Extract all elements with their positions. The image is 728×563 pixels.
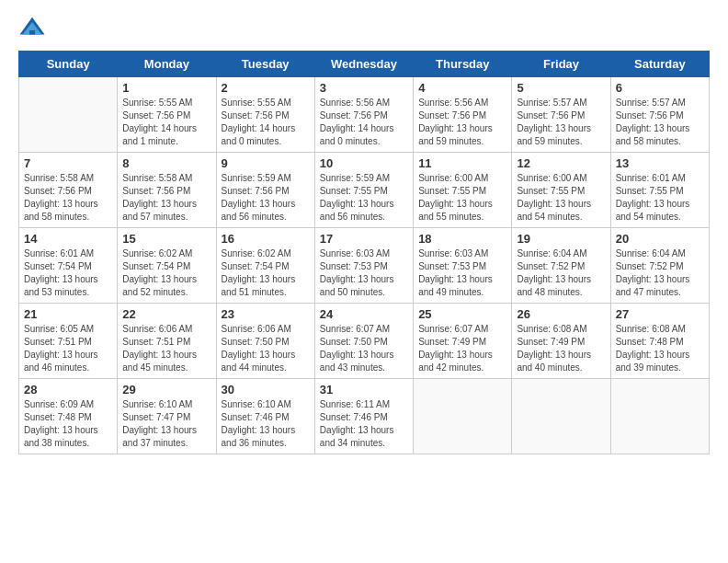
calendar-cell: 14Sunrise: 6:01 AMSunset: 7:54 PMDayligh… bbox=[19, 228, 118, 304]
calendar-cell: 4Sunrise: 5:56 AMSunset: 7:56 PMDaylight… bbox=[414, 77, 512, 153]
day-number: 15 bbox=[122, 232, 210, 246]
calendar-cell: 31Sunrise: 6:11 AMSunset: 7:46 PMDayligh… bbox=[314, 379, 413, 454]
calendar-cell: 21Sunrise: 6:05 AMSunset: 7:51 PMDayligh… bbox=[19, 304, 118, 379]
day-info: Sunrise: 6:04 AMSunset: 7:52 PMDaylight:… bbox=[616, 247, 704, 299]
calendar-cell: 8Sunrise: 5:58 AMSunset: 7:56 PMDaylight… bbox=[118, 153, 216, 228]
calendar-cell: 15Sunrise: 6:02 AMSunset: 7:54 PMDayligh… bbox=[118, 228, 216, 304]
day-number: 21 bbox=[24, 307, 112, 321]
day-info: Sunrise: 6:06 AMSunset: 7:51 PMDaylight:… bbox=[122, 323, 210, 374]
day-info: Sunrise: 5:57 AMSunset: 7:56 PMDaylight:… bbox=[517, 97, 605, 148]
calendar-cell bbox=[610, 379, 709, 454]
day-info: Sunrise: 6:03 AMSunset: 7:53 PMDaylight:… bbox=[418, 247, 506, 299]
day-number: 26 bbox=[517, 307, 605, 321]
day-number: 12 bbox=[517, 156, 605, 170]
day-number: 31 bbox=[320, 383, 408, 396]
day-number: 19 bbox=[517, 232, 605, 246]
day-info: Sunrise: 5:57 AMSunset: 7:56 PMDaylight:… bbox=[616, 97, 704, 148]
calendar-week-2: 7Sunrise: 5:58 AMSunset: 7:56 PMDaylight… bbox=[19, 153, 710, 228]
day-number: 25 bbox=[418, 307, 506, 321]
day-number: 7 bbox=[24, 156, 112, 170]
day-info: Sunrise: 6:01 AMSunset: 7:54 PMDaylight:… bbox=[24, 247, 112, 299]
day-number: 4 bbox=[418, 81, 506, 95]
day-number: 1 bbox=[122, 81, 210, 95]
day-info: Sunrise: 6:10 AMSunset: 7:46 PMDaylight:… bbox=[222, 398, 310, 450]
calendar-header-saturday: Saturday bbox=[610, 52, 709, 77]
page: SundayMondayTuesdayWednesdayThursdayFrid… bbox=[0, 0, 728, 563]
calendar: SundayMondayTuesdayWednesdayThursdayFrid… bbox=[18, 51, 710, 454]
day-info: Sunrise: 6:01 AMSunset: 7:55 PMDaylight:… bbox=[616, 172, 704, 224]
calendar-cell bbox=[19, 77, 118, 153]
calendar-cell: 19Sunrise: 6:04 AMSunset: 7:52 PMDayligh… bbox=[512, 228, 610, 304]
calendar-cell: 28Sunrise: 6:09 AMSunset: 7:48 PMDayligh… bbox=[19, 379, 118, 454]
day-info: Sunrise: 6:00 AMSunset: 7:55 PMDaylight:… bbox=[517, 172, 605, 224]
day-info: Sunrise: 5:58 AMSunset: 7:56 PMDaylight:… bbox=[24, 172, 112, 224]
calendar-cell: 11Sunrise: 6:00 AMSunset: 7:55 PMDayligh… bbox=[414, 153, 512, 228]
day-number: 16 bbox=[222, 232, 310, 246]
calendar-cell bbox=[512, 379, 610, 454]
day-number: 24 bbox=[320, 307, 408, 321]
day-info: Sunrise: 6:02 AMSunset: 7:54 PMDaylight:… bbox=[122, 247, 210, 299]
day-info: Sunrise: 5:55 AMSunset: 7:56 PMDaylight:… bbox=[222, 97, 310, 148]
calendar-cell: 26Sunrise: 6:08 AMSunset: 7:49 PMDayligh… bbox=[512, 304, 610, 379]
calendar-cell: 18Sunrise: 6:03 AMSunset: 7:53 PMDayligh… bbox=[414, 228, 512, 304]
day-info: Sunrise: 6:00 AMSunset: 7:55 PMDaylight:… bbox=[418, 172, 506, 224]
calendar-header-monday: Monday bbox=[118, 52, 216, 77]
day-number: 27 bbox=[616, 307, 704, 321]
calendar-cell: 3Sunrise: 5:56 AMSunset: 7:56 PMDaylight… bbox=[314, 77, 413, 153]
logo bbox=[18, 14, 50, 41]
calendar-cell: 13Sunrise: 6:01 AMSunset: 7:55 PMDayligh… bbox=[610, 153, 709, 228]
calendar-cell: 27Sunrise: 6:08 AMSunset: 7:48 PMDayligh… bbox=[610, 304, 709, 379]
calendar-header-tuesday: Tuesday bbox=[216, 52, 314, 77]
calendar-cell: 17Sunrise: 6:03 AMSunset: 7:53 PMDayligh… bbox=[314, 228, 413, 304]
calendar-cell: 25Sunrise: 6:07 AMSunset: 7:49 PMDayligh… bbox=[414, 304, 512, 379]
day-number: 11 bbox=[418, 156, 506, 170]
calendar-cell: 12Sunrise: 6:00 AMSunset: 7:55 PMDayligh… bbox=[512, 153, 610, 228]
day-number: 8 bbox=[122, 156, 210, 170]
calendar-header-wednesday: Wednesday bbox=[314, 52, 413, 77]
calendar-cell: 24Sunrise: 6:07 AMSunset: 7:50 PMDayligh… bbox=[314, 304, 413, 379]
day-number: 3 bbox=[320, 81, 408, 95]
day-info: Sunrise: 6:11 AMSunset: 7:46 PMDaylight:… bbox=[320, 398, 408, 450]
calendar-week-5: 28Sunrise: 6:09 AMSunset: 7:48 PMDayligh… bbox=[19, 379, 710, 454]
day-info: Sunrise: 6:06 AMSunset: 7:50 PMDaylight:… bbox=[222, 323, 310, 374]
calendar-week-3: 14Sunrise: 6:01 AMSunset: 7:54 PMDayligh… bbox=[19, 228, 710, 304]
day-number: 10 bbox=[320, 156, 408, 170]
calendar-cell: 9Sunrise: 5:59 AMSunset: 7:56 PMDaylight… bbox=[216, 153, 314, 228]
calendar-cell: 29Sunrise: 6:10 AMSunset: 7:47 PMDayligh… bbox=[118, 379, 216, 454]
day-info: Sunrise: 6:08 AMSunset: 7:48 PMDaylight:… bbox=[616, 323, 704, 374]
calendar-cell: 20Sunrise: 6:04 AMSunset: 7:52 PMDayligh… bbox=[610, 228, 709, 304]
day-number: 9 bbox=[222, 156, 310, 170]
day-number: 18 bbox=[418, 232, 506, 246]
day-info: Sunrise: 6:08 AMSunset: 7:49 PMDaylight:… bbox=[517, 323, 605, 374]
day-number: 13 bbox=[616, 156, 704, 170]
calendar-cell: 10Sunrise: 5:59 AMSunset: 7:55 PMDayligh… bbox=[314, 153, 413, 228]
day-number: 29 bbox=[122, 383, 210, 396]
calendar-cell: 7Sunrise: 5:58 AMSunset: 7:56 PMDaylight… bbox=[19, 153, 118, 228]
calendar-cell: 23Sunrise: 6:06 AMSunset: 7:50 PMDayligh… bbox=[216, 304, 314, 379]
day-info: Sunrise: 6:04 AMSunset: 7:52 PMDaylight:… bbox=[517, 247, 605, 299]
day-info: Sunrise: 6:07 AMSunset: 7:50 PMDaylight:… bbox=[320, 323, 408, 374]
day-number: 5 bbox=[517, 81, 605, 95]
calendar-cell: 1Sunrise: 5:55 AMSunset: 7:56 PMDaylight… bbox=[118, 77, 216, 153]
calendar-cell: 6Sunrise: 5:57 AMSunset: 7:56 PMDaylight… bbox=[610, 77, 709, 153]
calendar-header-thursday: Thursday bbox=[414, 52, 512, 77]
day-info: Sunrise: 5:56 AMSunset: 7:56 PMDaylight:… bbox=[418, 97, 506, 148]
day-number: 17 bbox=[320, 232, 408, 246]
calendar-cell: 16Sunrise: 6:02 AMSunset: 7:54 PMDayligh… bbox=[216, 228, 314, 304]
day-number: 14 bbox=[24, 232, 112, 246]
day-number: 6 bbox=[616, 81, 704, 95]
day-number: 22 bbox=[122, 307, 210, 321]
day-info: Sunrise: 5:55 AMSunset: 7:56 PMDaylight:… bbox=[122, 97, 210, 148]
calendar-week-1: 1Sunrise: 5:55 AMSunset: 7:56 PMDaylight… bbox=[19, 77, 710, 153]
day-info: Sunrise: 6:02 AMSunset: 7:54 PMDaylight:… bbox=[222, 247, 310, 299]
calendar-cell: 22Sunrise: 6:06 AMSunset: 7:51 PMDayligh… bbox=[118, 304, 216, 379]
calendar-header-row: SundayMondayTuesdayWednesdayThursdayFrid… bbox=[19, 52, 710, 77]
day-info: Sunrise: 6:03 AMSunset: 7:53 PMDaylight:… bbox=[320, 247, 408, 299]
calendar-cell: 5Sunrise: 5:57 AMSunset: 7:56 PMDaylight… bbox=[512, 77, 610, 153]
day-info: Sunrise: 6:05 AMSunset: 7:51 PMDaylight:… bbox=[24, 323, 112, 374]
day-number: 28 bbox=[24, 383, 112, 396]
day-info: Sunrise: 5:56 AMSunset: 7:56 PMDaylight:… bbox=[320, 97, 408, 148]
svg-rect-2 bbox=[29, 30, 35, 35]
day-info: Sunrise: 6:10 AMSunset: 7:47 PMDaylight:… bbox=[122, 398, 210, 450]
calendar-cell bbox=[414, 379, 512, 454]
